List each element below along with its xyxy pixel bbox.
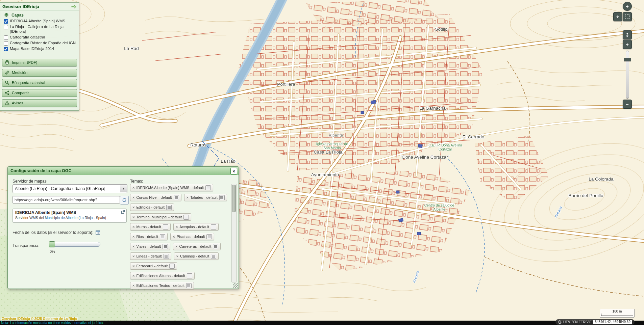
theme-chip[interactable]: ×Edificaciones Textos - default [130, 282, 194, 289]
layer-checkbox-catastral[interactable] [4, 35, 8, 40]
street-view-button[interactable] [623, 30, 632, 39]
previous-extent-button[interactable] [613, 12, 622, 21]
theme-chip[interactable]: ×Muros - default [130, 223, 171, 231]
map-label-ayuntamiento: Ayuntamiento [311, 172, 339, 177]
theme-chip[interactable]: ×Curvas Nivel - default [130, 194, 181, 201]
print-pdf-button[interactable]: Imprimir (PDF) [2, 59, 77, 66]
close-icon: × [232, 169, 235, 174]
legend-icon[interactable] [205, 185, 211, 190]
calendar-icon[interactable] [95, 230, 100, 235]
layer-row-iderioja-alberite[interactable]: IDERIOJA Alberite [Spain] WMS [4, 19, 77, 24]
layer-row-mapa-base[interactable]: Mapa Base IDErioja 2014 [4, 47, 77, 51]
legend-icon[interactable] [169, 264, 175, 269]
dialog-title: Configuración de la capa OGC [10, 168, 72, 173]
capas-section-header: Capas [0, 10, 79, 19]
legend-icon[interactable] [160, 234, 165, 239]
theme-chip[interactable]: ×Carreteras - default [173, 243, 221, 250]
theme-chip[interactable]: ×Caminos - default [174, 252, 219, 260]
zoom-out-button[interactable]: − [623, 100, 632, 109]
dialog-resize-handle[interactable] [233, 283, 238, 288]
wms-url-input[interactable] [13, 196, 120, 204]
share-button[interactable]: Compartir [2, 89, 77, 97]
remove-theme-icon[interactable]: × [132, 205, 134, 209]
legend-icon[interactable] [163, 244, 168, 249]
theme-chip[interactable]: ×Viales - default [130, 243, 170, 250]
remove-theme-icon[interactable]: × [175, 244, 177, 248]
layer-row-callejero[interactable]: La Rioja - Callejero de La Rioja [IDErio… [4, 25, 77, 34]
theme-chip[interactable]: ×Acequias - default [173, 223, 219, 231]
legend-icon[interactable] [187, 273, 192, 278]
theme-chip[interactable]: ×Ferrocarril - default [130, 262, 177, 270]
theme-chip[interactable]: ×Piscinas - default [170, 233, 214, 240]
globe-icon[interactable] [558, 320, 562, 324]
refresh-url-button[interactable] [120, 196, 129, 205]
zoom-slider[interactable] [626, 51, 629, 99]
legend-icon[interactable] [166, 205, 172, 210]
theme-chip[interactable]: ×Taludes - default [184, 194, 227, 201]
zoom-box-button[interactable] [623, 12, 632, 21]
remove-theme-icon[interactable]: × [132, 254, 134, 258]
legend-icon[interactable] [164, 254, 169, 259]
remove-theme-icon[interactable]: × [132, 215, 134, 219]
remove-theme-icon[interactable]: × [132, 186, 134, 190]
legend-icon[interactable] [219, 195, 225, 200]
themes-label: Temas: [130, 179, 143, 184]
zoom-slider-handle[interactable] [624, 58, 631, 61]
dialog-title-bar[interactable]: Configuración de la capa OGC [8, 167, 239, 175]
transparency-value: 0% [50, 249, 55, 253]
remove-theme-icon[interactable]: × [132, 235, 134, 239]
service-info-box: IDERIOJA Alberite [Spain] WMS Servidor W… [13, 209, 127, 223]
legend-icon[interactable] [183, 215, 189, 220]
layer-checkbox-callejero[interactable] [4, 25, 8, 29]
remove-theme-icon[interactable]: × [132, 264, 134, 268]
remove-theme-icon[interactable]: × [132, 283, 134, 288]
themes-scrollbar[interactable] [231, 184, 237, 282]
notices-button[interactable]: Avisos [2, 99, 77, 107]
remove-theme-icon[interactable]: × [173, 235, 175, 239]
layer-row-raster-ign[interactable]: Cartografía Ráster de España del IGN [4, 41, 77, 46]
expand-tools-button[interactable]: + [623, 2, 632, 11]
remove-theme-icon[interactable]: × [132, 195, 134, 199]
remove-theme-icon[interactable]: × [176, 254, 178, 258]
legend-icon[interactable] [206, 234, 212, 239]
map-server-select[interactable]: Alberite (La Rioja) - Cartografía urbana… [13, 184, 127, 193]
map-label-dona-avelina: "Doña Avelina Cortázar" [401, 155, 449, 160]
collapse-panel-arrow-icon[interactable] [71, 4, 77, 9]
theme-chip[interactable]: ×Lineas - default [130, 252, 171, 260]
map-label-alberite: Alberite [329, 133, 343, 138]
refresh-icon [122, 198, 127, 202]
legend-icon[interactable] [163, 224, 168, 229]
layer-checkbox-mapa-base[interactable] [4, 47, 8, 51]
layer-checkbox-iderioja-alberite[interactable] [4, 19, 8, 24]
theme-chip[interactable]: ×Termino_Municipal - default [130, 213, 191, 221]
legend-icon[interactable] [174, 195, 179, 200]
legend-icon[interactable] [213, 244, 218, 249]
chevron-down-icon[interactable]: ▼ [120, 185, 127, 192]
remove-theme-icon[interactable]: × [187, 195, 189, 199]
measure-button[interactable]: Medición [2, 69, 77, 77]
themes-scrollbar-thumb[interactable] [232, 185, 236, 212]
legend-icon[interactable] [211, 254, 216, 259]
service-title: IDERIOJA Alberite [Spain] WMS [15, 210, 120, 215]
transparency-slider-handle[interactable] [49, 241, 55, 247]
remove-theme-icon[interactable]: × [132, 225, 134, 229]
remove-theme-icon[interactable]: × [132, 274, 134, 278]
theme-chip[interactable]: ×Edificaciones Alturas - default [130, 272, 195, 279]
layer-checkbox-raster-ign[interactable] [4, 41, 8, 46]
transparency-slider[interactable] [50, 242, 100, 247]
theme-chip[interactable]: ×Edificios - default [130, 204, 174, 211]
theme-chip[interactable]: ×Rios - default [130, 233, 168, 240]
external-link-icon[interactable] [121, 210, 125, 214]
legend-icon[interactable] [211, 224, 216, 229]
layer-row-catastral[interactable]: Cartografía catastral [4, 35, 77, 40]
dialog-close-button[interactable]: × [230, 168, 237, 174]
legal-note-text: Nota: La información mostrada no tiene v… [0, 321, 644, 325]
cadastral-search-button[interactable]: Búsqueda catastral [2, 79, 77, 87]
remove-theme-icon[interactable]: × [176, 225, 178, 229]
coordinates-bar: UTM 30N ETRS89 545461.42, 4694549.69 [555, 319, 635, 325]
theme-chip[interactable]: ×IDERIOJA Alberite [Spain] WMS - default [130, 184, 213, 191]
remove-theme-icon[interactable]: × [132, 244, 134, 248]
zoom-in-button[interactable]: + [623, 40, 632, 49]
legend-icon[interactable] [186, 283, 192, 288]
projection-label: UTM 30N ETRS89 [563, 320, 591, 324]
